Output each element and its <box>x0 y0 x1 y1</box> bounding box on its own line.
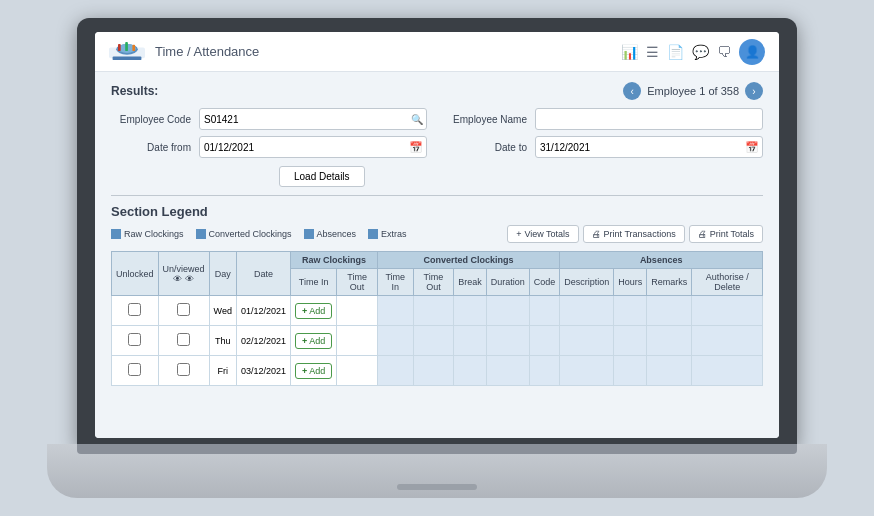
view-totals-button[interactable]: + View Totals <box>507 225 578 243</box>
row1-raw-time-out <box>337 296 378 326</box>
employee-name-input[interactable] <box>540 114 758 125</box>
screen: Time / Attendance 📊 ☰ 📄 💬 🗨 👤 Results: <box>95 32 779 438</box>
row2-remarks <box>647 326 692 356</box>
row2-authorise-delete <box>692 326 763 356</box>
attendance-table: Unlocked Un/viewed👁 👁 Day Date Raw Clock… <box>111 251 763 386</box>
col-unlocked: Unlocked <box>112 252 159 296</box>
document-icon[interactable]: 📄 <box>667 44 684 60</box>
row2-unviewed-checkbox[interactable] <box>177 333 190 346</box>
col-duration: Duration <box>486 269 529 296</box>
next-employee-button[interactable]: › <box>745 82 763 100</box>
legend-absences: Absences <box>304 229 357 239</box>
row1-plus-icon: + <box>302 306 307 316</box>
raw-clockings-label: Raw Clockings <box>124 229 184 239</box>
col-break: Break <box>454 269 487 296</box>
row1-remarks <box>647 296 692 326</box>
date-to-input[interactable] <box>540 142 758 153</box>
row3-raw-time-out <box>337 356 378 386</box>
print-transactions-button[interactable]: 🖨 Print Transactions <box>583 225 685 243</box>
user-avatar[interactable]: 👤 <box>739 39 765 65</box>
col-authorise-delete: Authorise / Delete <box>692 269 763 296</box>
date-from-row: Date from 📅 <box>111 136 427 158</box>
row3-raw-time-in: + Add <box>290 356 336 386</box>
employee-code-field[interactable]: 🔍 <box>199 108 427 130</box>
svg-rect-3 <box>113 56 142 60</box>
date-to-label: Date to <box>447 142 527 153</box>
load-details-button[interactable]: Load Details <box>279 166 365 187</box>
row1-conv-time-out <box>413 296 454 326</box>
date-from-input[interactable] <box>204 142 422 153</box>
converted-clockings-checkbox[interactable] <box>196 229 206 239</box>
col-group-absences: Absences <box>560 252 763 269</box>
employee-code-row: Employee Code 🔍 <box>111 108 427 130</box>
row1-date: 01/12/2021 <box>236 296 290 326</box>
employee-counter: Employee 1 of 358 <box>647 85 739 97</box>
converted-clockings-label: Converted Clockings <box>209 229 292 239</box>
col-description: Description <box>560 269 614 296</box>
employee-nav: ‹ Employee 1 of 358 › <box>623 82 763 100</box>
col-hours: Hours <box>614 269 647 296</box>
table-row: Wed 01/12/2021 + Add <box>112 296 763 326</box>
row2-duration <box>486 326 529 356</box>
col-unviewed: Un/viewed👁 👁 <box>158 252 209 296</box>
extras-checkbox[interactable] <box>368 229 378 239</box>
search-form: Employee Code 🔍 Employee Name Date <box>111 108 763 158</box>
action-buttons: + View Totals 🖨 Print Transactions 🖨 Pri… <box>507 225 763 243</box>
prev-employee-button[interactable]: ‹ <box>623 82 641 100</box>
row1-unviewed <box>158 296 209 326</box>
row3-authorise-delete <box>692 356 763 386</box>
row2-unlocked-checkbox[interactable] <box>128 333 141 346</box>
app-header: Time / Attendance 📊 ☰ 📄 💬 🗨 👤 <box>95 32 779 72</box>
section-legend-title: Section Legend <box>111 204 763 219</box>
legend-converted-clockings: Converted Clockings <box>196 229 292 239</box>
svg-rect-6 <box>132 44 135 50</box>
list-icon[interactable]: ☰ <box>646 44 659 60</box>
bar-chart-icon[interactable]: 📊 <box>621 44 638 60</box>
row3-add-button[interactable]: + Add <box>295 363 332 379</box>
row3-date: 03/12/2021 <box>236 356 290 386</box>
row2-conv-time-in <box>377 326 413 356</box>
calendar-from-icon[interactable]: 📅 <box>409 141 423 154</box>
absences-checkbox[interactable] <box>304 229 314 239</box>
row3-unlocked-checkbox[interactable] <box>128 363 141 376</box>
chat-icon[interactable]: 💬 <box>692 44 709 60</box>
logo-area: Time / Attendance <box>109 40 259 64</box>
row3-code <box>529 356 560 386</box>
row1-hours <box>614 296 647 326</box>
row2-day: Thu <box>209 326 236 356</box>
results-header: Results: ‹ Employee 1 of 358 › <box>111 82 763 100</box>
laptop-notch <box>397 484 477 490</box>
row1-add-button[interactable]: + Add <box>295 303 332 319</box>
row1-day: Wed <box>209 296 236 326</box>
row1-duration <box>486 296 529 326</box>
extras-label: Extras <box>381 229 407 239</box>
row2-hours <box>614 326 647 356</box>
row3-unviewed-checkbox[interactable] <box>177 363 190 376</box>
date-to-field[interactable]: 📅 <box>535 136 763 158</box>
row1-unviewed-checkbox[interactable] <box>177 303 190 316</box>
row2-conv-time-out <box>413 326 454 356</box>
row1-unlocked <box>112 296 159 326</box>
row1-unlocked-checkbox[interactable] <box>128 303 141 316</box>
row1-authorise-delete <box>692 296 763 326</box>
col-group-converted-clockings: Converted Clockings <box>377 252 559 269</box>
employee-code-input[interactable] <box>204 114 422 125</box>
row3-remarks <box>647 356 692 386</box>
table-container: Unlocked Un/viewed👁 👁 Day Date Raw Clock… <box>111 251 763 386</box>
col-date: Date <box>236 252 290 296</box>
col-raw-time-out: Time Out <box>337 269 378 296</box>
calendar-to-icon[interactable]: 📅 <box>745 141 759 154</box>
speech-icon[interactable]: 🗨 <box>717 44 731 60</box>
row2-break <box>454 326 487 356</box>
col-conv-time-in: Time In <box>377 269 413 296</box>
employee-name-field[interactable] <box>535 108 763 130</box>
date-from-field[interactable]: 📅 <box>199 136 427 158</box>
row2-raw-time-in: + Add <box>290 326 336 356</box>
print-totals-button[interactable]: 🖨 Print Totals <box>689 225 763 243</box>
row3-unviewed <box>158 356 209 386</box>
row2-unviewed <box>158 326 209 356</box>
row2-add-button[interactable]: + Add <box>295 333 332 349</box>
raw-clockings-checkbox[interactable] <box>111 229 121 239</box>
row3-description <box>560 356 614 386</box>
row2-unlocked <box>112 326 159 356</box>
